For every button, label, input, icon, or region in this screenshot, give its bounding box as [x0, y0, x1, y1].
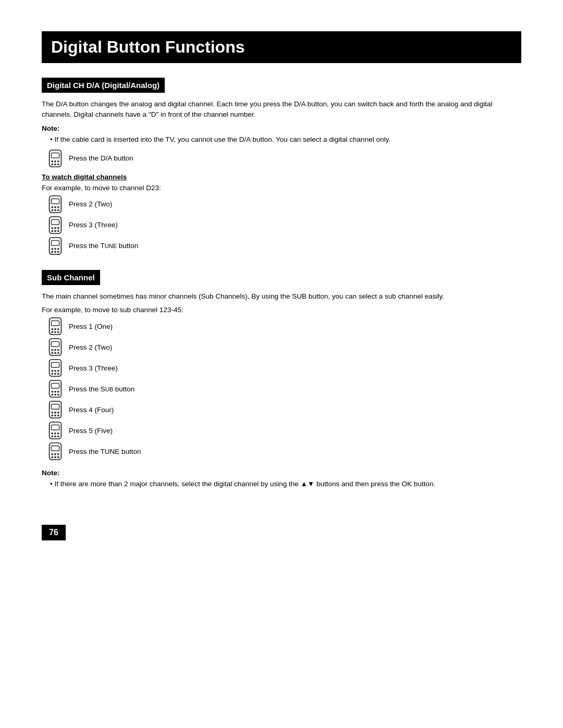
svg-point-55: [57, 373, 59, 375]
remote-icon-da: [47, 149, 64, 168]
section-sub-channel: Sub Channel The main channel sometimes h…: [42, 270, 521, 490]
step-text-1: Press 3 (Three): [69, 221, 118, 229]
svg-rect-57: [51, 384, 59, 388]
svg-point-39: [57, 331, 59, 333]
sub-step-text-5: Press 5 (Five): [69, 427, 113, 435]
section2-header: Sub Channel: [42, 270, 100, 285]
svg-point-10: [51, 206, 53, 208]
svg-point-87: [57, 456, 59, 458]
svg-point-6: [54, 163, 56, 165]
svg-point-84: [57, 453, 59, 455]
section2-body: The main channel sometimes has minor cha…: [42, 291, 521, 302]
remote-icon-sub-4: [47, 400, 64, 419]
svg-rect-73: [51, 425, 59, 430]
svg-rect-33: [51, 321, 59, 326]
sub-step-row-0: Press 1 (One): [47, 317, 521, 336]
svg-point-50: [51, 370, 53, 372]
svg-point-70: [54, 414, 56, 416]
svg-point-3: [54, 161, 56, 163]
section1-example: For example, to move to channel D23:: [42, 184, 521, 192]
svg-point-78: [54, 435, 56, 437]
remote-icon-2: [47, 237, 64, 255]
svg-point-20: [57, 227, 59, 229]
svg-point-38: [54, 331, 56, 333]
svg-point-37: [51, 331, 53, 333]
svg-rect-81: [51, 446, 59, 451]
remote-icon-sub-2: [47, 359, 64, 377]
svg-point-42: [51, 349, 53, 351]
svg-point-14: [54, 209, 56, 211]
svg-point-27: [54, 248, 56, 250]
svg-point-63: [57, 393, 59, 396]
remote-icon-sub-3: [47, 379, 64, 398]
svg-point-69: [51, 414, 53, 416]
section2-note-label: Note:: [42, 469, 521, 477]
sub-step-text-2: Press 3 (Three): [69, 364, 118, 372]
sub-step-row-5: Press 5 (Five): [47, 421, 521, 440]
svg-point-35: [54, 328, 56, 330]
svg-point-62: [54, 393, 56, 396]
sub-step-row-6: Press the TUNE button: [47, 442, 521, 461]
svg-point-79: [57, 435, 59, 437]
svg-point-19: [54, 227, 56, 229]
sub-step-row-1: Press 2 (Two): [47, 338, 521, 356]
svg-point-12: [57, 206, 59, 208]
section1-body: The D/A button changes the analog and di…: [42, 99, 521, 120]
sub-step-row-3: Press the SUB button: [47, 379, 521, 398]
da-step-row: Press the D/A button: [47, 149, 521, 168]
svg-point-26: [51, 248, 53, 250]
svg-point-21: [51, 230, 53, 232]
remote-icon-sub-6: [47, 442, 64, 461]
svg-point-2: [51, 161, 53, 163]
sub-step-text-3: Press the SUB button: [69, 385, 134, 393]
svg-point-34: [51, 328, 53, 330]
svg-point-47: [57, 352, 59, 354]
section1-header: Digital CH D/A (Digital/Analog): [42, 78, 165, 93]
remote-icon-0: [47, 195, 64, 214]
svg-point-31: [57, 251, 59, 253]
svg-point-22: [54, 230, 56, 232]
svg-point-53: [51, 373, 53, 375]
da-step-text: Press the D/A button: [69, 154, 133, 162]
svg-rect-49: [51, 363, 59, 367]
remote-icon-sub-5: [47, 421, 64, 440]
svg-point-43: [54, 349, 56, 351]
svg-point-29: [51, 251, 53, 253]
step-row-2: Press the TUNE button: [47, 237, 521, 255]
svg-point-45: [51, 352, 53, 354]
svg-point-77: [51, 435, 53, 437]
svg-point-51: [54, 370, 56, 372]
svg-point-5: [51, 163, 53, 165]
svg-point-11: [54, 206, 56, 208]
svg-rect-65: [51, 404, 59, 409]
sub-step-text-4: Press 4 (Four): [69, 406, 114, 414]
sub-step-text-6: Press the TUNE button: [69, 448, 141, 455]
sub-step-text-1: Press 2 (Two): [69, 343, 112, 351]
svg-point-59: [54, 391, 56, 393]
svg-rect-41: [51, 342, 59, 347]
svg-point-30: [54, 251, 56, 253]
svg-point-82: [51, 453, 53, 455]
section1-note-text: If the cable card is inserted into the T…: [42, 134, 521, 145]
svg-point-58: [51, 391, 53, 393]
page-title: Digital Button Functions: [42, 31, 521, 63]
svg-point-86: [54, 456, 56, 458]
svg-point-74: [51, 433, 53, 435]
step-text-2: Press the TUNE button: [69, 242, 138, 250]
svg-point-44: [57, 349, 59, 351]
svg-point-7: [57, 163, 59, 165]
section1-note-label: Note:: [42, 125, 521, 132]
svg-point-18: [51, 227, 53, 229]
svg-point-66: [51, 412, 53, 414]
remote-icon-sub-1: [47, 338, 64, 356]
step-row-0: Press 2 (Two): [47, 195, 521, 214]
page-number-box: 76: [42, 504, 521, 540]
svg-point-4: [57, 161, 59, 163]
svg-rect-9: [51, 199, 59, 203]
step-text-0: Press 2 (Two): [69, 200, 112, 208]
section2-note-text: If there are more than 2 major channels,…: [42, 479, 521, 489]
svg-rect-1: [51, 153, 59, 157]
svg-point-54: [54, 373, 56, 375]
sub-step-row-4: Press 4 (Four): [47, 400, 521, 419]
sub-step-text-0: Press 1 (One): [69, 323, 113, 330]
